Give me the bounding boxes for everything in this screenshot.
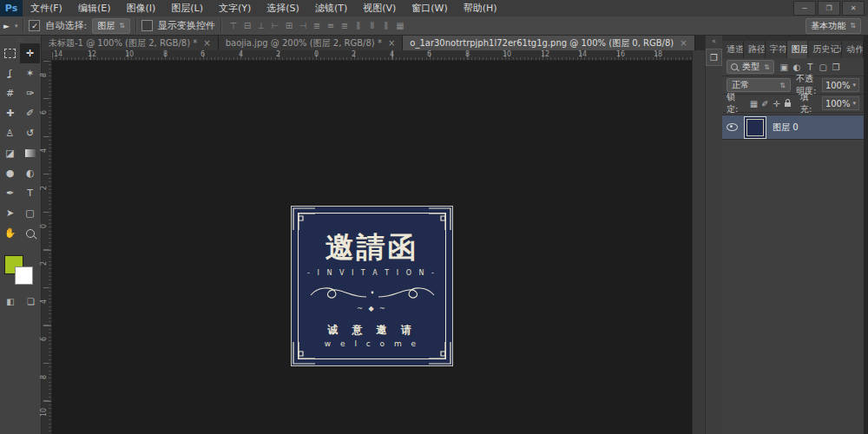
distribute-top-edges-icon[interactable]: ≣ xyxy=(310,21,324,30)
menu-item[interactable]: 图像(I) xyxy=(118,0,163,16)
restore-button[interactable]: ❐ xyxy=(818,1,840,16)
blur-tool-icon[interactable]: ● xyxy=(0,163,20,183)
gradient-tool-icon[interactable] xyxy=(20,143,40,163)
ruler-number: 8 xyxy=(40,73,48,77)
close-tab-icon[interactable]: × xyxy=(388,38,395,48)
tools-panel: ::: ✛ʆ✶#✑✚✐♙↺◪●◐✒T➤▢✋ ◧ ❏ xyxy=(0,36,42,434)
close-tab-icon[interactable]: × xyxy=(203,38,210,48)
ruler-number: 4 xyxy=(390,50,394,58)
align-vertical-centers-icon[interactable]: ⊟ xyxy=(240,21,254,30)
canvas-area[interactable]: 邀請函 - I N V I T A T I O N - ~ ◆ ~ 诚 意 邀 … xyxy=(52,61,692,434)
move-tool-icon[interactable]: ✛ xyxy=(20,43,40,63)
auto-align-layers-icon[interactable]: ▦ xyxy=(393,21,407,30)
collapsed-panel-icon[interactable]: ❒ xyxy=(706,49,722,66)
eyedropper-tool-icon[interactable]: ✑ xyxy=(20,83,40,103)
filter-shape-layers-icon[interactable]: ▢ xyxy=(817,62,830,72)
panel-tab-路径[interactable]: 路径 xyxy=(744,41,766,58)
layer-visibility-eye-icon[interactable] xyxy=(727,123,738,131)
show-transform-checkbox[interactable]: ✓ xyxy=(141,20,153,31)
lock-image-pixels-icon[interactable]: ✐ xyxy=(760,99,771,108)
filter-type-layers-icon[interactable]: T xyxy=(804,62,817,72)
vertical-ruler[interactable]: 8642024681012 xyxy=(42,61,52,434)
document-tab-label: 未标题-1 @ 100% (图层 2, RGB/8) * xyxy=(49,37,197,49)
tool-preset-caret-icon[interactable]: ▾ xyxy=(15,23,18,30)
filter-adjustment-layers-icon[interactable]: ◐ xyxy=(791,62,804,72)
background-color-swatch[interactable] xyxy=(15,266,33,285)
align-left-edges-icon[interactable]: ⊢ xyxy=(268,21,282,30)
current-tool-icon[interactable]: ► xyxy=(3,22,10,30)
fill-value[interactable]: 100% ▾ xyxy=(822,96,859,110)
zoom-tool-icon[interactable] xyxy=(20,223,40,243)
pen-tool-icon[interactable]: ✒ xyxy=(0,183,20,203)
filter-smart-objects-icon[interactable]: ❒ xyxy=(830,62,843,72)
horizontal-ruler[interactable]: 141210864202468101214161820 xyxy=(52,50,692,61)
panel-tab-动作[interactable]: 动作 xyxy=(842,41,864,58)
panel-tab-字符[interactable]: 字符 xyxy=(766,41,787,58)
opacity-value[interactable]: 100% ▾ xyxy=(822,78,859,92)
brush-tool-icon[interactable]: ✐ xyxy=(20,103,40,123)
document-tab[interactable]: 未标题-1 @ 100% (图层 2, RGB/8) *× xyxy=(42,36,219,50)
auto-select-checkbox[interactable]: ✓ xyxy=(29,20,40,31)
spot-healing-brush-tool-icon[interactable]: ✚ xyxy=(0,103,20,123)
screen-mode-icon[interactable]: ❏ xyxy=(27,297,35,306)
lasso-tool-icon[interactable]: ʆ xyxy=(0,63,20,83)
panel-grabber[interactable]: ::: xyxy=(0,36,41,43)
menu-item[interactable]: 视图(V) xyxy=(355,0,404,16)
lock-position-icon[interactable]: ✛ xyxy=(771,99,782,108)
layer-row-selected[interactable]: 图层 0 xyxy=(722,115,864,140)
filter-pixel-layers-icon[interactable]: ▣ xyxy=(778,62,791,72)
minimize-button[interactable]: ─ xyxy=(793,1,816,16)
expand-panels-icon[interactable]: « xyxy=(706,37,722,45)
vertical-scrollbar[interactable] xyxy=(692,50,705,434)
distribute-right-edges-icon[interactable]: ⫼ xyxy=(379,21,393,31)
ruler-number: 8 xyxy=(163,50,168,58)
quick-mask-icon[interactable]: ◧ xyxy=(6,297,14,306)
ruler-number: 8 xyxy=(465,50,470,58)
menu-item[interactable]: 文件(F) xyxy=(23,0,70,16)
menu-item[interactable]: 选择(S) xyxy=(259,0,307,16)
lock-label: 锁定: xyxy=(727,91,745,115)
menu-item[interactable]: 图层(L) xyxy=(163,0,211,16)
align-right-edges-icon[interactable]: ⊣ xyxy=(296,21,310,30)
clone-stamp-tool-icon[interactable]: ♙ xyxy=(0,123,20,143)
workspace-switcher[interactable]: 基本功能 ⇅ xyxy=(806,18,861,34)
menu-item[interactable]: 窗口(W) xyxy=(404,0,455,16)
panel-tab-通道[interactable]: 通道 xyxy=(722,41,744,58)
menu-item[interactable]: 文字(Y) xyxy=(211,0,259,16)
menu-item[interactable]: 滤镜(T) xyxy=(307,0,355,16)
shape-tool-icon[interactable]: ▢ xyxy=(20,203,40,223)
ruler-origin-box[interactable] xyxy=(42,50,52,61)
hand-tool-icon[interactable]: ✋ xyxy=(0,223,20,243)
align-top-edges-icon[interactable]: ⊤ xyxy=(227,21,240,30)
distribute-bottom-edges-icon[interactable]: ≣ xyxy=(338,21,352,30)
blend-mode-dropdown[interactable]: 正常 ⇅ xyxy=(727,78,791,92)
distribute-left-edges-icon[interactable]: ⫼ xyxy=(352,21,365,31)
layer-thumbnail[interactable] xyxy=(744,116,766,139)
flourish-ornament-icon xyxy=(307,284,437,307)
close-tab-icon[interactable]: × xyxy=(680,38,687,48)
magic-wand-tool-icon[interactable]: ✶ xyxy=(20,63,40,83)
auto-select-label: 自动选择: xyxy=(45,19,87,32)
document-tab[interactable]: baojia.jpg @ 200% (图层 2, RGB/8) *× xyxy=(219,36,404,50)
dodge-tool-icon[interactable]: ◐ xyxy=(20,163,40,183)
auto-select-target-dropdown[interactable]: 图层 ⇅ xyxy=(92,18,130,34)
type-tool-icon[interactable]: T xyxy=(20,183,40,203)
rectangular-marquee-tool-icon[interactable] xyxy=(0,43,20,63)
path-selection-tool-icon[interactable]: ➤ xyxy=(0,203,20,223)
eraser-tool-icon[interactable]: ◪ xyxy=(0,143,20,163)
panel-tab-历史记录[interactable]: 历史记录 xyxy=(808,41,842,58)
crop-tool-icon[interactable]: # xyxy=(0,83,20,103)
menu-item[interactable]: 帮助(H) xyxy=(456,0,505,16)
close-button[interactable]: ✕ xyxy=(842,1,865,16)
document-tab[interactable]: o_1ar30notrtrpjph1l72er61tg1g.png @ 100%… xyxy=(403,36,694,50)
align-bottom-edges-icon[interactable]: ⊥ xyxy=(254,21,268,30)
distribute-vertical-centers-icon[interactable]: ≡ xyxy=(324,21,338,30)
lock-transparent-pixels-icon[interactable]: ▦ xyxy=(748,99,760,108)
menu-item[interactable]: 编辑(E) xyxy=(70,0,119,16)
align-horizontal-centers-icon[interactable]: ⊞ xyxy=(282,21,296,30)
layer-filter-dropdown[interactable]: 类型 ⇅ xyxy=(727,60,774,74)
lock-all-icon[interactable] xyxy=(782,99,793,108)
history-brush-tool-icon[interactable]: ↺ xyxy=(20,123,40,143)
distribute-horizontal-centers-icon[interactable]: ⫴ xyxy=(365,21,379,31)
panel-tab-图层[interactable]: 图层 xyxy=(787,41,809,58)
